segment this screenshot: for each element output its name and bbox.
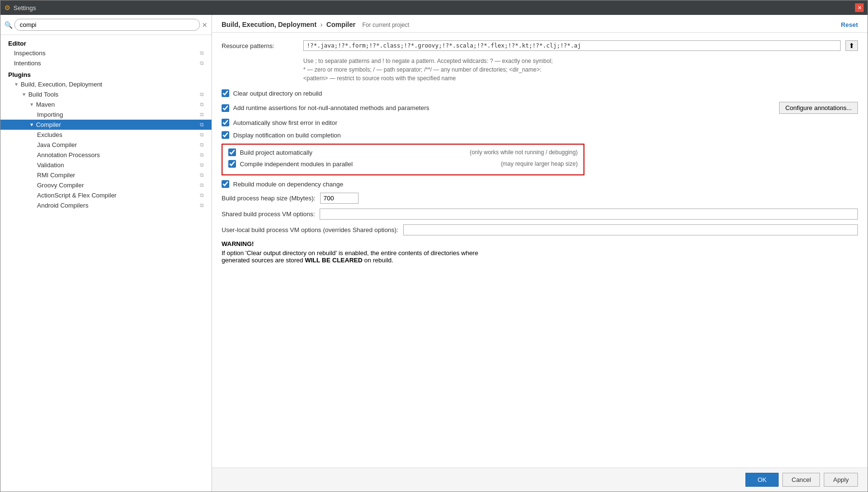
display-notification-label: Display notification on build completion [233,132,858,139]
sidebar-item-label: Groovy Compiler [37,182,84,189]
sidebar-item-label: Intentions [14,60,41,67]
build-auto-note: (only works while not running / debuggin… [470,149,578,156]
auto-show-error-row: Automatically show first error in editor [222,119,858,126]
highlighted-options-box: Build project automatically (only works … [222,144,584,175]
rebuild-module-row: Rebuild module on dependency change [222,180,858,188]
search-input[interactable] [14,19,200,31]
sidebar: 🔍 ✕ Editor Inspections ⧉ Intentions ⧉ Pl… [0,15,212,492]
search-icon: 🔍 [4,21,12,29]
resource-patterns-input[interactable] [303,40,841,51]
sidebar-item-importing[interactable]: Importing ⧉ [0,110,211,120]
title-bar: ⚙ Settings ✕ [0,0,868,15]
expand-icon: ▼ [22,92,26,97]
auto-show-error-label: Automatically show first error in editor [233,119,858,126]
panel-content: Resource patterns: ⬆ Use ; to separate p… [212,33,868,467]
copy-icon: ⧉ [200,50,204,56]
sidebar-item-annotation-processors[interactable]: Annotation Processors ⧉ [0,150,211,160]
expand-icon: ▼ [29,102,34,107]
sidebar-item-excludes[interactable]: Excludes ⧉ [0,130,211,140]
sidebar-item-groovy-compiler[interactable]: Groovy Compiler ⧉ [0,180,211,190]
runtime-assertions-checkbox[interactable] [222,104,229,112]
sidebar-item-label: Android Compilers [37,202,88,209]
sidebar-item-label: Maven [36,101,55,108]
copy-icon: ⧉ [200,192,204,198]
expand-icon: ▼ [14,82,19,87]
copy-icon: ⧉ [200,111,204,118]
resource-add-button[interactable]: ⬆ [845,40,858,51]
main-panel: Build, Execution, Deployment › Compiler … [212,15,868,492]
sidebar-item-compiler[interactable]: ▼ Compiler ⧉ [0,120,211,130]
auto-show-error-checkbox[interactable] [222,119,229,126]
clear-output-label: Clear output directory on rebuild [233,90,858,97]
copy-icon: ⧉ [200,152,204,158]
sidebar-item-label: Inspections [14,49,46,57]
warning-body: If option 'Clear output directory on reb… [222,249,858,264]
user-vm-row: User-local build process VM options (ove… [222,224,858,235]
clear-output-checkbox[interactable] [222,89,229,97]
sidebar-item-inspections[interactable]: Inspections ⧉ [0,48,211,58]
sidebar-item-maven[interactable]: ▼ Maven ⧉ [0,99,211,110]
sidebar-item-intentions[interactable]: Intentions ⧉ [0,58,211,68]
breadcrumb-part1: Build, Execution, Deployment [222,21,317,28]
user-vm-input[interactable] [403,224,858,235]
cancel-button[interactable]: Cancel [782,473,820,487]
sidebar-item-java-compiler[interactable]: Java Compiler ⧉ [0,140,211,150]
close-button[interactable]: ✕ [855,3,864,12]
runtime-assertions-label: Add runtime assertions for not-null-anno… [233,104,775,111]
warning-title: WARNING! [222,240,858,247]
breadcrumb-part2: Compiler [326,21,356,28]
build-auto-checkbox[interactable] [228,148,236,156]
sidebar-item-label: Annotation Processors [37,151,100,159]
shared-vm-input[interactable] [320,209,858,220]
sidebar-item-rmi-compiler[interactable]: RMI Compiler ⧉ [0,170,211,180]
copy-icon: ⧉ [200,182,204,188]
sidebar-item-label: Compiler [36,121,61,128]
sidebar-item-label: Importing [37,111,63,118]
runtime-assertions-row: Add runtime assertions for not-null-anno… [222,102,858,114]
build-auto-label: Build project automatically [240,149,322,156]
shared-vm-label: Shared build process VM options: [222,210,315,218]
main-content: 🔍 ✕ Editor Inspections ⧉ Intentions ⧉ Pl… [0,15,868,492]
window-title: Settings [13,4,852,12]
for-current-label: For current project [362,22,409,28]
expand-icon: ▼ [29,122,34,127]
display-notification-row: Display notification on build completion [222,131,858,139]
sidebar-item-actionscript-compiler[interactable]: ActionScript & Flex Compiler ⧉ [0,190,211,200]
heap-size-input[interactable] [320,193,359,204]
copy-icon: ⧉ [200,91,204,98]
copy-icon: ⧉ [200,60,204,66]
rebuild-module-checkbox[interactable] [222,180,229,188]
clear-output-row: Clear output directory on rebuild [222,89,858,97]
breadcrumb: Build, Execution, Deployment › Compiler … [222,21,409,28]
shared-vm-row: Shared build process VM options: [222,209,858,220]
sidebar-item-android-compilers[interactable]: Android Compilers ⧉ [0,200,211,210]
compile-parallel-checkbox[interactable] [228,160,236,168]
display-notification-checkbox[interactable] [222,131,229,139]
ok-button[interactable]: OK [745,473,779,487]
sidebar-tree: Editor Inspections ⧉ Intentions ⧉ Plugin… [0,35,211,492]
heap-size-row: Build process heap size (Mbytes): [222,193,858,204]
sidebar-item-validation[interactable]: Validation ⧉ [0,160,211,170]
sidebar-item-label: Build, Execution, Deployment [21,81,102,88]
sidebar-item-build-tools[interactable]: ▼ Build Tools ⧉ [0,89,211,99]
panel-header: Build, Execution, Deployment › Compiler … [212,15,868,33]
reset-button[interactable]: Reset [841,21,858,28]
user-vm-label: User-local build process VM options (ove… [222,226,398,234]
build-auto-row: Build project automatically (only works … [228,148,578,156]
sidebar-item-label: Excludes [37,131,62,138]
sidebar-item-build-execution[interactable]: ▼ Build, Execution, Deployment [0,79,211,89]
sidebar-item-label: RMI Compiler [37,172,75,179]
apply-button[interactable]: Apply [824,473,858,487]
search-bar: 🔍 ✕ [0,15,211,35]
sidebar-item-label: ActionScript & Flex Compiler [37,192,116,199]
copy-icon: ⧉ [200,162,204,168]
configure-annotations-button[interactable]: Configure annotations... [779,102,858,114]
app-icon: ⚙ [4,4,11,12]
copy-icon: ⧉ [200,172,204,178]
rebuild-module-label: Rebuild module on dependency change [233,181,858,188]
search-clear-icon[interactable]: ✕ [202,21,208,29]
compile-parallel-row: Compile independent modules in parallel … [228,160,578,168]
settings-window: ⚙ Settings ✕ 🔍 ✕ Editor Inspections ⧉ In… [0,0,868,492]
heap-size-label: Build process heap size (Mbytes): [222,195,315,202]
sidebar-item-label: Validation [37,161,64,169]
